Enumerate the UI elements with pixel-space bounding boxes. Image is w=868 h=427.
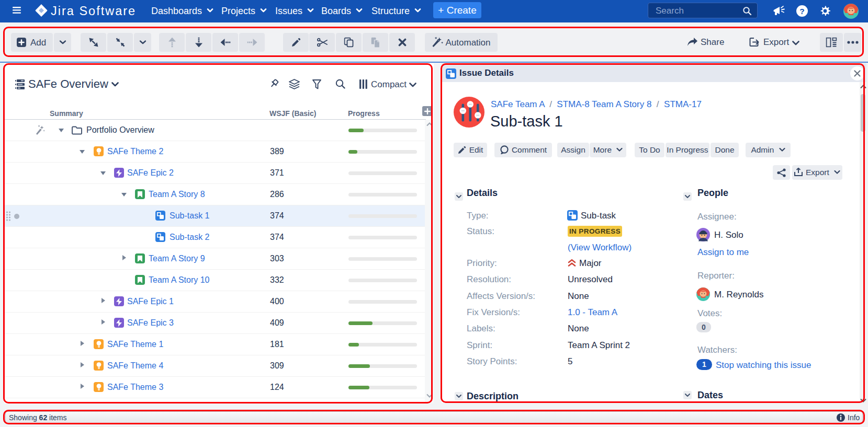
svg-text:Automation: Automation: [445, 38, 490, 48]
svg-text:?: ?: [799, 7, 804, 16]
svg-text:Add: Add: [30, 38, 46, 48]
